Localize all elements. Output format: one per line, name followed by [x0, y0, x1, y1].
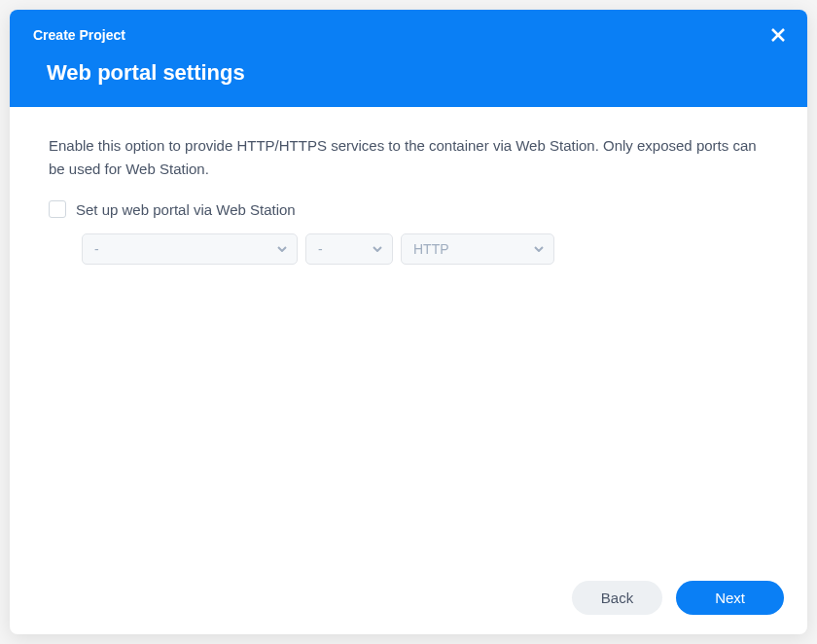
select-row: - - HTTP	[49, 233, 768, 265]
service-select-value: -	[94, 241, 99, 257]
close-icon	[771, 28, 785, 42]
chevron-down-icon	[277, 244, 287, 254]
next-button[interactable]: Next	[676, 581, 784, 615]
modal-content: Enable this option to provide HTTP/HTTPS…	[10, 107, 807, 565]
breadcrumb: Create Project	[33, 27, 784, 43]
protocol-select[interactable]: HTTP	[401, 233, 554, 265]
back-button[interactable]: Back	[572, 581, 662, 615]
chevron-down-icon	[534, 244, 544, 254]
checkbox-label: Set up web portal via Web Station	[76, 201, 296, 218]
web-portal-checkbox[interactable]	[49, 200, 66, 218]
page-title: Web portal settings	[33, 60, 784, 86]
close-button[interactable]	[768, 25, 788, 45]
description-text: Enable this option to provide HTTP/HTTPS…	[49, 134, 768, 181]
port-select-value: -	[318, 241, 323, 257]
protocol-select-value: HTTP	[413, 241, 449, 257]
create-project-modal: Create Project Web portal settings Enabl…	[10, 10, 807, 634]
modal-header: Create Project Web portal settings	[10, 10, 807, 107]
chevron-down-icon	[373, 244, 382, 254]
service-select[interactable]: -	[82, 233, 298, 265]
modal-footer: Back Next	[10, 565, 807, 634]
checkbox-row: Set up web portal via Web Station	[49, 200, 768, 218]
port-select[interactable]: -	[305, 233, 393, 265]
